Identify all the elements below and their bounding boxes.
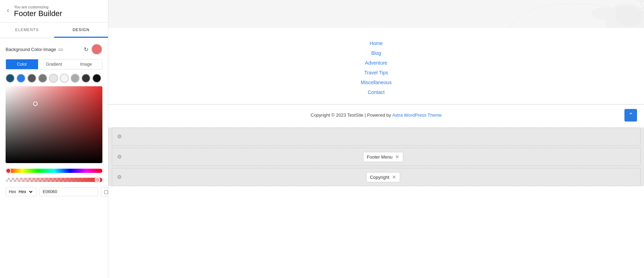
- scroll-top-button[interactable]: ⌃: [624, 109, 637, 122]
- nav-link-home[interactable]: Home: [108, 38, 644, 48]
- hex-value-input[interactable]: [39, 187, 98, 196]
- footer-menu-chip: Footer Menu ✕: [363, 152, 404, 162]
- hex-format-select[interactable]: Hex Hex RGB HSL: [6, 187, 37, 196]
- opacity-thumb: [95, 177, 100, 183]
- subtab-gradient[interactable]: Gradient: [38, 59, 70, 69]
- swatch-2[interactable]: [16, 74, 26, 83]
- footer-link[interactable]: Astra WordPress Theme: [392, 112, 442, 118]
- panel-title-block: You are customizing Footer Builder: [14, 5, 62, 18]
- main-tabs: ELEMENTS DESIGN: [0, 23, 108, 38]
- bg-color-row: Background Color-Image ▭ ↻: [6, 44, 102, 55]
- nav-link-contact[interactable]: Contact: [108, 87, 644, 97]
- builder-row-1-gear[interactable]: ⚙: [112, 133, 126, 140]
- builder-row-2: ⚙ Footer Menu ✕: [112, 148, 641, 166]
- swatch-5[interactable]: [49, 74, 58, 83]
- footer-menu-chip-close[interactable]: ✕: [395, 154, 399, 159]
- reset-button[interactable]: ↻: [84, 46, 88, 53]
- bg-label: Background Color-Image ▭: [6, 46, 63, 52]
- subtab-color[interactable]: Color: [6, 59, 38, 69]
- world-map-area: [108, 0, 644, 28]
- panel-header: ‹ You are customizing Footer Builder: [0, 0, 108, 23]
- swatches-row: [6, 74, 102, 83]
- swatch-7[interactable]: [71, 74, 80, 83]
- builder-row-2-center: Footer Menu ✕: [126, 152, 640, 162]
- tab-elements[interactable]: ELEMENTS: [0, 23, 54, 38]
- nav-link-miscellaneous[interactable]: Miscellaneous: [108, 78, 644, 87]
- nav-preview: Home Blog Adventure Travel Tips Miscella…: [108, 28, 644, 104]
- footer-menu-chip-label: Footer Menu: [367, 154, 393, 160]
- monitor-icon: ▭: [58, 46, 63, 52]
- swatch-6[interactable]: [60, 74, 69, 83]
- tab-design[interactable]: DESIGN: [54, 23, 108, 38]
- color-picker-gradient[interactable]: [6, 86, 102, 163]
- copyright-chip-close[interactable]: ✕: [392, 175, 396, 180]
- swatch-8[interactable]: [81, 74, 91, 83]
- hex-label: Hex: [9, 189, 16, 194]
- bg-label-text: Background Color-Image: [6, 47, 56, 52]
- subtab-image[interactable]: Image: [70, 59, 102, 69]
- footer-text: Copyright © 2023 TestSite | Powered by: [311, 112, 392, 118]
- opacity-track[interactable]: [6, 178, 102, 182]
- hex-format-dropdown[interactable]: Hex RGB HSL: [17, 189, 34, 195]
- builder-row-1: ⚙: [112, 127, 641, 146]
- panel-subtitle: You are customizing: [14, 5, 62, 9]
- preview-panel: Home Blog Adventure Travel Tips Miscella…: [108, 0, 644, 278]
- hue-slider[interactable]: [6, 169, 102, 173]
- bg-controls: ↻: [84, 44, 102, 55]
- footer-bar: Copyright © 2023 TestSite | Powered by A…: [108, 104, 644, 125]
- swatch-9[interactable]: [92, 74, 101, 83]
- hex-row: Hex Hex RGB HSL ▢: [6, 187, 102, 197]
- back-button[interactable]: ‹: [6, 6, 10, 15]
- panel-content: Background Color-Image ▭ ↻ Color Gradien…: [0, 38, 108, 278]
- swatch-1[interactable]: [6, 74, 15, 83]
- hue-slider-wrap: [6, 168, 102, 174]
- color-preview-circle[interactable]: [91, 44, 102, 55]
- preview-area: Home Blog Adventure Travel Tips Miscella…: [108, 0, 644, 278]
- builder-row-3-gear[interactable]: ⚙: [112, 174, 126, 180]
- builder-row-3-center: Copyright ✕: [126, 172, 640, 182]
- swatch-3[interactable]: [27, 74, 36, 83]
- builder-row-2-gear[interactable]: ⚙: [112, 154, 126, 160]
- copy-icon-button[interactable]: ▢: [101, 187, 108, 197]
- panel-title: Footer Builder: [14, 9, 62, 18]
- swatch-4[interactable]: [38, 74, 47, 83]
- builder-row-3: ⚙ Copyright ✕: [112, 168, 641, 186]
- sub-tabs: Color Gradient Image: [6, 59, 102, 70]
- nav-link-adventure[interactable]: Adventure: [108, 58, 644, 68]
- copyright-chip: Copyright ✕: [366, 172, 400, 182]
- nav-link-travel-tips[interactable]: Travel Tips: [108, 68, 644, 78]
- customizer-panel: ‹ You are customizing Footer Builder ELE…: [0, 0, 108, 278]
- picker-dot: [33, 101, 38, 106]
- world-map-decoration: [504, 0, 644, 28]
- opacity-slider-wrap: [6, 178, 102, 182]
- nav-link-blog[interactable]: Blog: [108, 48, 644, 58]
- builder-section: ⚙ ⚙ Footer Menu ✕ ⚙ Copyright: [108, 127, 644, 186]
- copyright-chip-label: Copyright: [370, 175, 390, 180]
